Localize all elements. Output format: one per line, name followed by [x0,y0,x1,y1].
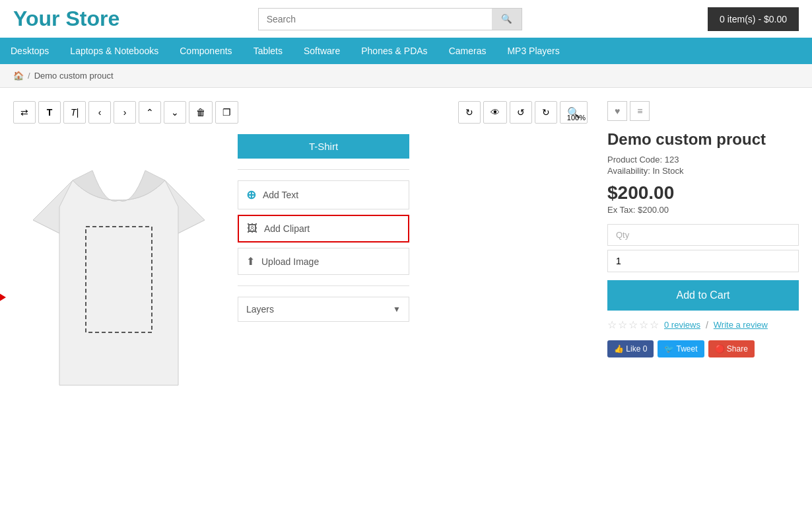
add-clipart-row[interactable]: 🖼 Add Clipart [238,215,409,243]
add-text-row[interactable]: ⊕ Add Text [238,180,409,209]
product-info: ♥ ≡ Demo custom prouct Product Code: 123… [607,101,799,412]
separator-1 [238,169,409,170]
reviews-separator: / [706,320,708,330]
breadcrumb-separator: / [28,71,30,81]
facebook-button[interactable]: 👍 Like 0 [607,340,654,357]
reviews: ☆ ☆ ☆ ☆ ☆ 0 reviews / Write a review [607,318,799,331]
twitter-button[interactable]: 🐦 Tweet [658,340,704,357]
breadcrumb: 🏠 / Demo custom prouct [0,64,812,88]
nav-item-phones[interactable]: Phones & PDAs [351,38,438,64]
layers-chevron-icon: ▼ [393,305,401,314]
arrow-right-tool[interactable]: › [114,101,136,124]
star-3: ☆ [628,318,638,331]
copy-tool[interactable]: ❐ [215,101,238,124]
add-to-cart-button[interactable]: Add to Cart [607,280,799,311]
eye-tool[interactable]: 👁 [483,101,507,124]
toolbar-right: ↻ 👁 ↺ ↻ 🔍 100% [458,101,588,124]
nav-item-cameras[interactable]: Cameras [438,38,497,64]
qty-label: Qty [607,224,799,246]
star-4: ☆ [639,318,648,331]
search-bar: 🔍 [258,8,522,30]
search-input[interactable] [259,9,492,30]
nav-bar: Desktops Laptops & Notebooks Components … [0,38,812,64]
add-clipart-label: Add Clipart [264,223,310,234]
plus-icon: ⊕ [246,188,256,202]
nav-item-software[interactable]: Software [293,38,351,64]
ex-tax: Ex Tax: $200.00 [607,205,799,215]
nav-item-components[interactable]: Components [169,38,242,64]
tshirt-svg [20,141,218,405]
tshirt-type-button[interactable]: T-Shirt [238,134,409,159]
breadcrumb-home-icon[interactable]: 🏠 [13,71,24,81]
redo-tool[interactable]: ↻ [535,101,557,124]
product-code-value: 123 [665,155,679,165]
social-buttons: 👍 Like 0 🐦 Tweet 🔴 Share [607,340,799,357]
star-1: ☆ [607,318,617,331]
reviews-count[interactable]: 0 reviews [664,320,700,330]
toolbar-left: ⇄ T T| ‹ › ⌃ ⌄ 🗑 ❐ [13,101,238,124]
arrow-left-tool[interactable]: ‹ [88,101,111,124]
refresh-tool[interactable]: ↻ [458,101,481,124]
customizer-panel: ⇄ T T| ‹ › ⌃ ⌄ 🗑 ❐ ↻ 👁 ↺ ↻ 🔍 100% [13,101,588,412]
nav-item-tablets[interactable]: Tablets [243,38,293,64]
star-rating: ☆ ☆ ☆ ☆ ☆ [607,318,659,331]
ex-tax-label: Ex Tax: [607,205,635,215]
product-code: Product Code: 123 [607,155,799,165]
header: Your Store 🔍 0 item(s) - $0.00 [0,0,812,38]
canvas-area: add clipart T-Shirt ⊕ Add Text 🖼 Add Cli… [13,134,588,412]
star-2: ☆ [618,318,627,331]
main-content: ⇄ T T| ‹ › ⌃ ⌄ 🗑 ❐ ↻ 👁 ↺ ↻ 🔍 100% [0,88,812,425]
zoom-label: 100% [567,114,586,122]
product-price: $200.00 [607,182,799,204]
ex-tax-value: $200.00 [638,205,669,215]
upload-image-row[interactable]: ⬆ Upload Image [238,248,409,275]
right-panel: T-Shirt ⊕ Add Text 🖼 Add Clipart ⬆ Uploa… [238,134,409,412]
write-review-link[interactable]: Write a review [714,320,768,330]
product-title: Demo custom prouct [607,129,799,149]
nav-item-laptops[interactable]: Laptops & Notebooks [59,38,169,64]
upload-icon: ⬆ [246,255,255,268]
zoom-tool[interactable]: 🔍 100% [560,101,588,124]
nav-item-mp3[interactable]: MP3 Players [496,38,570,64]
layers-row[interactable]: Layers ▼ [238,297,409,322]
googleplus-button[interactable]: 🔴 Share [708,340,755,357]
add-text-label: Add Text [263,190,298,200]
text-tool[interactable]: T [38,101,61,124]
cart-button[interactable]: 0 item(s) - $0.00 [708,7,799,31]
availability-value: In Stock [652,166,683,176]
delete-tool[interactable]: 🗑 [189,101,213,124]
clipart-icon: 🖼 [247,223,257,235]
star-5: ☆ [650,318,659,331]
qty-input[interactable] [607,250,799,272]
layers-label: Layers [246,304,274,315]
upload-image-label: Upload Image [261,256,319,267]
text-italic-tool[interactable]: T| [63,101,86,124]
product-code-label: Product Code: [607,155,662,165]
search-button[interactable]: 🔍 [492,9,522,30]
product-availability: Availability: In Stock [607,166,799,176]
annotation-arrow [0,289,6,305]
tshirt-container: add clipart [13,134,224,412]
breadcrumb-current: Demo custom prouct [34,71,114,81]
toolbar: ⇄ T T| ‹ › ⌃ ⌄ 🗑 ❐ ↻ 👁 ↺ ↻ 🔍 100% [13,101,588,124]
store-title: Your Store [13,7,158,31]
separator-2 [238,285,409,286]
shuffle-tool[interactable]: ⇄ [13,101,36,124]
annotation: add clipart [0,289,6,305]
arrow-down-tool[interactable]: ⌄ [164,101,186,124]
nav-item-desktops[interactable]: Desktops [0,38,59,64]
arrow-up-tool[interactable]: ⌃ [139,101,161,124]
wishlist-button[interactable]: ♥ [607,101,627,121]
compare-button[interactable]: ≡ [630,101,650,121]
action-buttons: ♥ ≡ [607,101,799,121]
undo-tool[interactable]: ↺ [510,101,532,124]
availability-label: Availability: [607,166,650,176]
